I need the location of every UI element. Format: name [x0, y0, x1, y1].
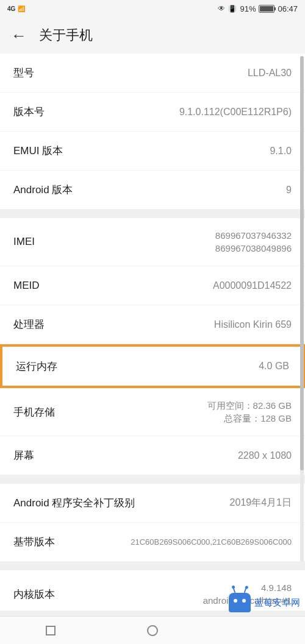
- nav-recent-button[interactable]: [46, 626, 56, 635]
- row-emui-version[interactable]: EMUI 版本 9.1.0: [0, 132, 305, 171]
- row-screen[interactable]: 屏幕 2280 x 1080: [0, 436, 305, 475]
- value-security: 2019年4月1日: [230, 497, 292, 509]
- label-baseband: 基带版本: [13, 535, 55, 549]
- back-button[interactable]: ←: [11, 26, 27, 45]
- eye-icon: 👁: [218, 4, 225, 13]
- highlighted-ram: 运行内存 4.0 GB: [0, 344, 305, 388]
- section-gap-1: [0, 210, 305, 218]
- value-model: LLD-AL30: [248, 68, 292, 79]
- value-android: 9: [286, 185, 292, 196]
- row-build-number[interactable]: 版本号 9.1.0.112(C00E112R1P6): [0, 93, 305, 132]
- storage-total: 总容量：128 GB: [207, 412, 292, 425]
- label-kernel: 内核版本: [13, 587, 55, 601]
- page-title: 关于手机: [39, 26, 93, 44]
- signal-icon: 📶: [18, 5, 25, 12]
- label-ram: 运行内存: [16, 359, 57, 373]
- row-imei[interactable]: IMEI 869967037946332 869967038049896: [0, 218, 305, 266]
- status-right: 👁 📳 91% 06:47: [218, 4, 298, 13]
- watermark: 蓝莓安卓网: [229, 593, 300, 612]
- status-left: 4G 📶: [7, 5, 25, 12]
- row-processor[interactable]: 处理器 Hisilicon Kirin 659: [0, 305, 305, 344]
- value-baseband: 21C60B269S006C000,21C60B269S006C000: [131, 537, 292, 547]
- label-security: Android 程序安全补丁级别: [13, 496, 135, 510]
- label-model: 型号: [13, 66, 34, 80]
- label-emui: EMUI 版本: [13, 144, 63, 158]
- row-storage[interactable]: 手机存储 可用空间：82.36 GB 总容量：128 GB: [0, 388, 305, 436]
- row-security-patch[interactable]: Android 程序安全补丁级别 2019年4月1日: [0, 484, 305, 523]
- value-emui: 9.1.0: [270, 146, 292, 157]
- header: ← 关于手机: [0, 17, 305, 54]
- content-area: 型号 LLD-AL30 版本号 9.1.0.112(C00E112R1P6) E…: [0, 54, 305, 610]
- status-bar: 4G 📶 👁 📳 91% 06:47: [0, 0, 305, 17]
- label-android: Android 版本: [13, 183, 73, 197]
- row-model[interactable]: 型号 LLD-AL30: [0, 54, 305, 93]
- nav-home-button[interactable]: [147, 625, 158, 636]
- section-gap-3: [0, 562, 305, 570]
- label-build: 版本号: [13, 105, 45, 119]
- value-build: 9.1.0.112(C00E112R1P6): [179, 107, 292, 118]
- watermark-name: 蓝莓安卓网: [254, 597, 300, 609]
- storage-available: 可用空间：82.36 GB: [207, 399, 292, 412]
- navigation-bar: [0, 616, 305, 644]
- value-meid: A0000091D14522: [213, 280, 292, 291]
- time: 06:47: [278, 4, 298, 13]
- value-screen: 2280 x 1080: [238, 450, 292, 461]
- row-baseband[interactable]: 基带版本 21C60B269S006C000,21C60B269S006C000: [0, 523, 305, 562]
- vibrate-icon: 📳: [228, 5, 237, 13]
- row-ram[interactable]: 运行内存 4.0 GB: [2, 347, 303, 386]
- bot-icon: [229, 593, 251, 612]
- scrollbar-thumb[interactable]: [300, 56, 304, 470]
- battery-icon: [259, 5, 274, 13]
- imei-1: 869967037946332: [215, 229, 292, 242]
- row-meid[interactable]: MEID A0000091D14522: [0, 266, 305, 305]
- value-processor: Hisilicon Kirin 659: [214, 319, 292, 330]
- value-imei: 869967037946332 869967038049896: [215, 229, 292, 255]
- network-type: 4G: [7, 5, 15, 12]
- value-storage: 可用空间：82.36 GB 总容量：128 GB: [207, 399, 292, 425]
- battery-percent: 91%: [240, 4, 256, 13]
- label-processor: 处理器: [13, 317, 45, 331]
- label-meid: MEID: [13, 280, 40, 292]
- label-storage: 手机存储: [13, 405, 55, 419]
- imei-2: 869967038049896: [215, 242, 292, 255]
- section-gap-2: [0, 475, 305, 484]
- value-ram: 4.0 GB: [259, 361, 289, 372]
- label-screen: 屏幕: [13, 448, 34, 462]
- label-imei: IMEI: [13, 236, 35, 248]
- row-android-version[interactable]: Android 版本 9: [0, 171, 305, 210]
